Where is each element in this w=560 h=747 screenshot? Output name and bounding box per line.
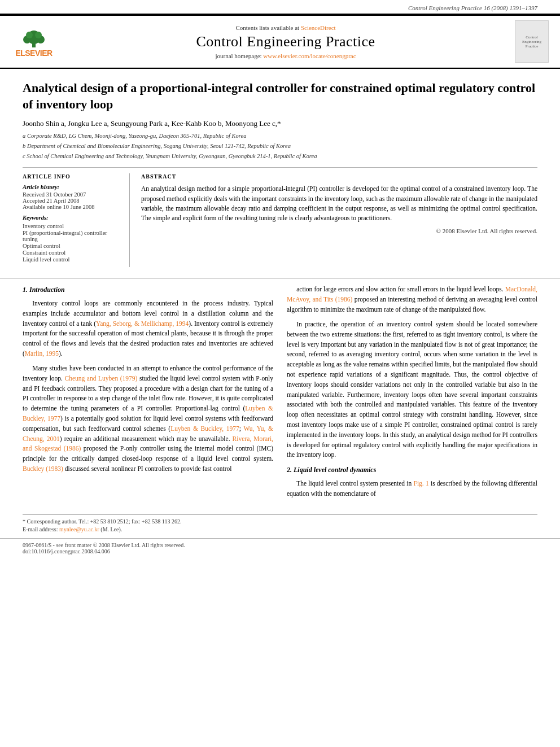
elsevier-wordmark: ELSEVIER <box>15 49 52 58</box>
header-center: Contents lists available at ScienceDirec… <box>68 24 504 59</box>
elsevier-logo: ELSEVIER <box>11 26 56 58</box>
keywords-section: Keywords: Inventory control PI (proporti… <box>23 215 121 263</box>
body-content: 1. Introduction Inventory control loops … <box>0 279 560 514</box>
ref-luyben2[interactable]: Luyben & Buckley, 1977 <box>170 425 239 432</box>
article-info-title: ARTICLE INFO <box>23 173 121 180</box>
journal-ref-text: Control Engineering Practice 16 (2008) 1… <box>408 5 537 11</box>
svg-point-6 <box>35 32 42 38</box>
ref-fig1[interactable]: Fig. 1 <box>414 480 429 487</box>
section2-para1: The liquid level control system presente… <box>287 479 537 499</box>
email-link[interactable]: mynlee@yu.ac.kr <box>59 526 99 532</box>
page-container: Control Engineering Practice 16 (2008) 1… <box>0 0 560 747</box>
section1-title: 1. Introduction <box>23 285 273 295</box>
body-left-col: 1. Introduction Inventory control loops … <box>23 285 273 503</box>
keyword-5: Liquid level control <box>23 256 121 263</box>
keyword-2: PI (proportional-integral) controller tu… <box>23 230 121 242</box>
section1-right-para1: action for large errors and slow action … <box>287 285 537 314</box>
copyright: © 2008 Elsevier Ltd. All rights reserved… <box>141 228 537 234</box>
affil-b: b Department of Chemical and Biomolecula… <box>23 142 537 151</box>
abstract-text: An analytical design method for a simple… <box>141 184 537 223</box>
issn-line: 0967-0661/$ - see front matter © 2008 El… <box>23 542 185 548</box>
article-title: Analytical design of a proportional-inte… <box>23 80 537 112</box>
keyword-3: Optimal control <box>23 243 121 249</box>
header-banner: ELSEVIER Contents lists available at Sci… <box>0 15 560 68</box>
ref-macdonald[interactable]: MacDonald, McAvoy, and Tits (1986) <box>287 286 537 303</box>
authors-line: Joonho Shin a, Jongku Lee a, Seungyoung … <box>23 119 537 128</box>
article-content: Analytical design of a proportional-inte… <box>0 69 560 278</box>
section2-title: 2. Liquid level control dynamics <box>287 465 537 475</box>
article-history: Article history: Received 31 October 200… <box>23 184 121 210</box>
keywords-list: Inventory control PI (proportional-integ… <box>23 223 121 263</box>
journal-reference: Control Engineering Practice 16 (2008) 1… <box>0 0 560 14</box>
sciencedirect-link[interactable]: ScienceDirect <box>301 24 336 31</box>
doi-line: doi:10.1016/j.conengprac.2008.04.006 <box>23 548 110 554</box>
article-info-col: ARTICLE INFO Article history: Received 3… <box>23 173 130 267</box>
svg-point-5 <box>26 32 33 38</box>
ref-buckley[interactable]: Buckley (1983) <box>23 465 63 472</box>
elsevier-tree-icon <box>17 26 51 49</box>
journal-thumbnail: ControlEngineeringPractice <box>515 20 549 63</box>
ref-marlin[interactable]: Marlin, 1995 <box>25 350 59 357</box>
journal-homepage-link[interactable]: www.elsevier.com/locate/conengprac <box>263 53 356 59</box>
journal-title: Control Engineering Practice <box>68 33 504 50</box>
abstract-title: ABSTRACT <box>141 173 537 180</box>
ref-yang[interactable]: Yang, Seborg, & Mellichamp, 1994 <box>96 320 189 327</box>
article-info-divider <box>23 167 537 168</box>
section1-right-para2: In practice, the operation of an invento… <box>287 320 537 460</box>
footnote-email: E-mail address: mynlee@yu.ac.kr (M. Lee)… <box>23 526 537 532</box>
body-right-col: action for large errors and slow action … <box>287 285 537 503</box>
ref-rivera[interactable]: Rivera, Morari, and Skogestad (1986) <box>23 435 273 452</box>
ref-luyben[interactable]: Luyben & Buckley, 1977 <box>23 405 273 422</box>
section1-para2: Many studies have been conducted in an a… <box>23 364 273 474</box>
footnotes: * Corresponding author. Tel.: +82 53 810… <box>23 514 537 532</box>
keyword-1: Inventory control <box>23 223 121 229</box>
keyword-4: Constraint control <box>23 250 121 256</box>
affiliations: a Corporate R&D, LG Chem, Moonji-dong, Y… <box>23 132 537 160</box>
sciencedirect-line: Contents lists available at ScienceDirec… <box>68 24 504 31</box>
section1-para1: Inventory control loops are commonly enc… <box>23 299 273 359</box>
footer-bar: 0967-0661/$ - see front matter © 2008 El… <box>0 538 560 558</box>
affil-a: a Corporate R&D, LG Chem, Moonji-dong, Y… <box>23 132 537 141</box>
article-info-abstract: ARTICLE INFO Article history: Received 3… <box>23 173 537 267</box>
body-two-col: 1. Introduction Inventory control loops … <box>23 285 537 503</box>
footnote-corresponding: * Corresponding author. Tel.: +82 53 810… <box>23 518 537 525</box>
abstract-col: ABSTRACT An analytical design method for… <box>141 173 537 267</box>
affil-c: c School of Chemical Engineering and Tec… <box>23 152 537 161</box>
ref-cheung[interactable]: Cheung and Luyben (1979) <box>65 375 138 382</box>
journal-homepage: journal homepage: www.elsevier.com/locat… <box>68 53 504 59</box>
